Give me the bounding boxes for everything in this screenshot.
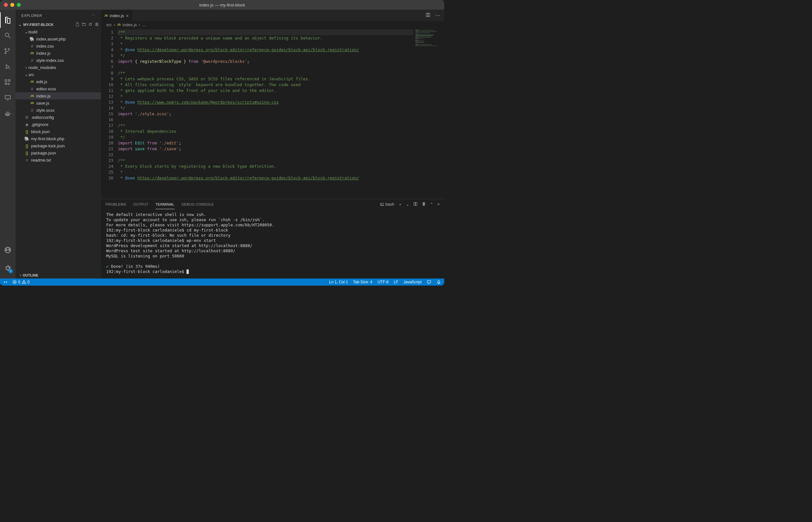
chevron-right-icon: ›	[18, 273, 23, 277]
panel-tab-debug-console[interactable]: DEBUG CONSOLE	[182, 200, 214, 209]
file-item[interactable]: #editor.scss	[16, 85, 101, 92]
file-item[interactable]: JSsave.js	[16, 99, 101, 106]
window-title: index.js — my-first-block	[199, 3, 245, 7]
minimize-window-button[interactable]	[11, 3, 14, 7]
encoding-status[interactable]: UTF-8	[378, 280, 388, 284]
explorer-title: EXPLORER	[21, 14, 42, 18]
extensions-activity-icon[interactable]	[0, 75, 16, 90]
code-editor[interactable]: /** * Registers a new block provided a u…	[118, 28, 413, 199]
file-icon: #	[29, 44, 35, 48]
js-icon: JS	[104, 14, 108, 17]
minimap[interactable]	[413, 28, 444, 199]
editor-tabs: JS index.js × ⋯	[101, 10, 444, 21]
file-item[interactable]: ≡readme.txt	[16, 156, 101, 163]
outline-section[interactable]: › OUTLINE	[16, 272, 101, 279]
close-tab-icon[interactable]: ×	[126, 13, 129, 18]
file-icon: {}	[24, 129, 30, 134]
chevron-icon: ⌄	[24, 72, 28, 77]
folder-item[interactable]: ⌄build	[16, 28, 101, 35]
file-tree: ⌄build🐘index.asset.php#index.cssJSindex.…	[16, 28, 101, 272]
maximize-window-button[interactable]	[17, 3, 21, 7]
run-debug-activity-icon[interactable]	[0, 59, 16, 75]
chevron-icon: ⌄	[24, 29, 28, 34]
problems-status[interactable]: 0 0	[12, 280, 29, 284]
settings-activity-icon[interactable]: 1	[0, 260, 16, 276]
explorer-more-icon[interactable]: ⋯	[92, 13, 96, 18]
collapse-icon[interactable]	[95, 22, 99, 27]
new-file-icon[interactable]	[75, 22, 80, 27]
terminal-shell-icon[interactable]: bash	[380, 202, 394, 207]
status-bar: 0 0 Ln 1, Col 1 Tab Size: 4 UTF-8 LF Jav…	[0, 279, 444, 286]
file-icon: #	[29, 108, 35, 113]
activity-bar: 1	[0, 10, 16, 279]
file-item[interactable]: JSedit.js	[16, 78, 101, 85]
cursor-position[interactable]: Ln 1, Col 1	[329, 280, 348, 284]
split-editor-icon[interactable]	[425, 12, 431, 19]
file-item[interactable]: 🐘my-first-block.php	[16, 135, 101, 142]
language-status[interactable]: JavaScript	[403, 280, 422, 284]
remote-indicator[interactable]	[3, 280, 8, 284]
file-icon: JS	[29, 94, 35, 98]
search-activity-icon[interactable]	[0, 28, 16, 43]
file-icon: ≡	[24, 158, 30, 163]
new-terminal-icon[interactable]: ＋	[398, 202, 402, 207]
explorer-activity-icon[interactable]	[0, 12, 16, 28]
eol-status[interactable]: LF	[394, 280, 398, 284]
indent-status[interactable]: Tab Size: 4	[353, 280, 372, 284]
file-item[interactable]: #style-index.css	[16, 57, 101, 64]
split-terminal-icon[interactable]	[413, 202, 418, 207]
js-icon: JS	[117, 23, 121, 26]
sidebar: EXPLORER ⋯ ⌄ MY-FIRST-BLOCK ⌄build🐘index…	[16, 10, 101, 279]
file-item[interactable]: {}block.json	[16, 128, 101, 135]
kill-terminal-icon[interactable]	[422, 202, 426, 207]
file-icon: #	[29, 86, 35, 91]
folder-header[interactable]: ⌄ MY-FIRST-BLOCK	[16, 21, 101, 28]
file-item[interactable]: JSindex.js	[16, 92, 101, 99]
file-icon: ◆	[24, 122, 30, 127]
feedback-icon[interactable]	[427, 280, 431, 284]
docker-activity-icon[interactable]	[0, 105, 16, 121]
new-folder-icon[interactable]	[82, 22, 86, 27]
refresh-icon[interactable]	[88, 22, 93, 27]
panel-tab-problems[interactable]: PROBLEMS	[105, 200, 126, 209]
panel-tab-output[interactable]: OUTPUT	[134, 200, 149, 209]
file-icon: JS	[29, 52, 35, 55]
file-icon: 🐘	[24, 136, 30, 141]
close-panel-icon[interactable]: ×	[438, 202, 440, 207]
line-numbers: 1234567891011121314151617181920212223242…	[101, 28, 118, 199]
file-item[interactable]: 🐘index.asset.php	[16, 35, 101, 42]
file-item[interactable]: #index.css	[16, 42, 101, 49]
tab-index-js[interactable]: JS index.js ×	[101, 10, 133, 21]
more-actions-icon[interactable]: ⋯	[435, 12, 440, 18]
file-item[interactable]: #style.scss	[16, 106, 101, 114]
file-item[interactable]: {}package.json	[16, 149, 101, 156]
file-item[interactable]: {}package-lock.json	[16, 142, 101, 149]
folder-item[interactable]: ›node_modules	[16, 64, 101, 71]
terminal-dropdown-icon[interactable]: ⌄	[406, 202, 409, 207]
titlebar: index.js — my-first-block	[0, 0, 444, 10]
settings-badge: 1	[8, 269, 13, 273]
bottom-panel: PROBLEMSOUTPUTTERMINALDEBUG CONSOLE bash…	[101, 199, 444, 279]
file-item[interactable]: ◆.gitignore	[16, 121, 101, 128]
file-icon: JS	[29, 101, 35, 105]
file-icon: 🐘	[29, 37, 35, 41]
file-item[interactable]: JSindex.js	[16, 49, 101, 57]
source-control-activity-icon[interactable]	[0, 43, 16, 59]
maximize-panel-icon[interactable]: ⌃	[430, 202, 433, 207]
file-icon: JS	[29, 80, 35, 83]
remote-explorer-activity-icon[interactable]	[0, 90, 16, 105]
file-icon: #	[29, 58, 35, 63]
folder-name: MY-FIRST-BLOCK	[23, 23, 54, 26]
chevron-down-icon: ⌄	[18, 23, 22, 27]
breadcrumb[interactable]: src › JS index.js › ...	[101, 21, 444, 28]
accounts-activity-icon[interactable]	[0, 242, 16, 258]
folder-item[interactable]: ⌄src	[16, 71, 101, 78]
chevron-icon: ›	[24, 65, 28, 70]
terminal-output[interactable]: The default interactive shell is now zsh…	[101, 209, 444, 279]
notifications-icon[interactable]	[437, 280, 441, 284]
panel-tab-terminal[interactable]: TERMINAL	[156, 200, 175, 209]
file-icon: {}	[24, 143, 30, 148]
close-window-button[interactable]	[4, 3, 8, 7]
file-icon: ⚙	[24, 115, 30, 120]
file-item[interactable]: ⚙.editorconfig	[16, 114, 101, 121]
